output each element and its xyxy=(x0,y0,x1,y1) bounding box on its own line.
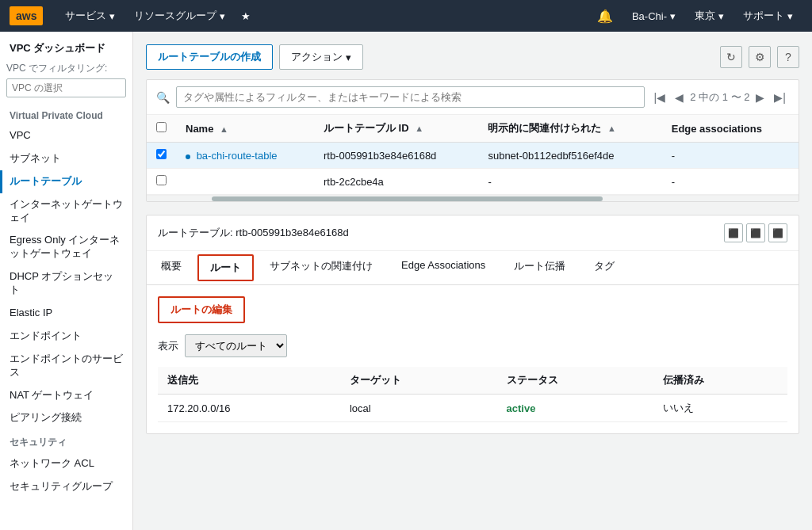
tab-content: ルートの編集 表示 すべてのルート カスタムルート ローカルルート 送信先 ター… xyxy=(147,285,799,433)
row-name-cell xyxy=(176,169,314,195)
target-cell: local xyxy=(340,395,497,422)
sort-icon: ▲ xyxy=(415,124,423,133)
row-name-cell: ba-chi-route-table xyxy=(176,143,314,169)
rtbid-column-header: ルートテーブル ID ▲ xyxy=(314,115,478,143)
name-column-header: Name ▲ xyxy=(176,115,314,143)
tab-tags[interactable]: タグ xyxy=(580,251,629,285)
status-column-header: ステータス xyxy=(497,367,654,395)
edge-assoc-column-header: Edge associations xyxy=(662,115,799,143)
explicit-assoc-column-header: 明示的に関連付けられた ▲ xyxy=(478,115,661,143)
detail-header: ルートテーブル: rtb-005991b3e84e6168d ⬛ ⬛ ⬛ xyxy=(147,215,799,251)
sidebar-item-endpoint[interactable]: エンドポイント xyxy=(0,325,132,348)
sidebar-section-security: セキュリティ xyxy=(0,429,132,452)
create-route-table-button[interactable]: ルートテーブルの作成 xyxy=(146,44,273,70)
resource-groups-menu[interactable]: リソースグループ ▾ xyxy=(124,0,235,32)
select-all-header[interactable] xyxy=(147,115,176,143)
first-page-button[interactable]: |◀ xyxy=(651,90,669,105)
chevron-down-icon: ▾ xyxy=(787,10,793,22)
sidebar-item-sg[interactable]: セキュリティグループ xyxy=(0,475,132,498)
user-menu[interactable]: Ba-Chi- ▾ xyxy=(622,0,685,32)
route-tables-container: 🔍 |◀ ◀ 2 中の 1 〜 2 ▶ ▶| xyxy=(146,79,799,202)
sidebar-item-nacl[interactable]: ネットワーク ACL xyxy=(0,452,132,475)
sidebar-item-subnet[interactable]: サブネット xyxy=(0,147,132,170)
status-cell: active xyxy=(497,395,654,422)
sidebar-item-endpoint-service[interactable]: エンドポイントのサービス xyxy=(0,348,132,384)
detail-icon-2[interactable]: ⬛ xyxy=(746,223,765,242)
tab-route-propagation[interactable]: ルート伝播 xyxy=(500,251,580,285)
table-row[interactable]: rtb-2c2cbe4a - - xyxy=(147,169,799,195)
settings-button[interactable]: ⚙ xyxy=(749,46,771,68)
chevron-down-icon: ▾ xyxy=(346,51,351,63)
status-badge: active xyxy=(507,402,536,414)
scrollbar-thumb xyxy=(212,196,603,201)
detail-title: ルートテーブル: rtb-005991b3e84e6168d xyxy=(158,226,349,240)
route-tables-table: Name ▲ ルートテーブル ID ▲ 明示的に関連付けられた ▲ Edge xyxy=(147,115,799,195)
sidebar-item-eigw[interactable]: Egress Only インターネットゲートウェイ xyxy=(0,229,132,265)
row-rtbid-cell: rtb-005991b3e84e6168d xyxy=(314,143,478,169)
sidebar-filter: VPC でフィルタリング: xyxy=(0,59,132,104)
actions-button[interactable]: アクション ▾ xyxy=(279,44,363,70)
search-input[interactable] xyxy=(176,86,645,108)
toolbar: ルートテーブルの作成 アクション ▾ ↻ ⚙ ? xyxy=(146,44,799,70)
detail-icon-3[interactable]: ⬛ xyxy=(768,223,787,242)
sidebar-item-route-table[interactable]: ルートテーブル xyxy=(0,170,132,193)
row-checkbox-cell xyxy=(147,143,176,169)
row-explicit-assoc-cell: - xyxy=(478,169,661,195)
row-explicit-assoc-cell: subnet-0b112edbf516ef4de xyxy=(478,143,661,169)
filter-select[interactable]: すべてのルート カスタムルート ローカルルート xyxy=(185,334,287,357)
row-checkbox-cell xyxy=(147,169,176,195)
sidebar-header: VPC ダッシュボード xyxy=(0,32,132,59)
row-edge-assoc-cell: - xyxy=(662,143,799,169)
region-menu[interactable]: 東京 ▾ xyxy=(685,0,733,32)
notifications-button[interactable]: 🔔 xyxy=(588,9,622,24)
sidebar-item-dhcp[interactable]: DHCP オプションセット xyxy=(0,265,132,302)
propagated-column-header: 伝播済み xyxy=(653,367,787,395)
sort-icon: ▲ xyxy=(607,124,616,133)
detail-icon-1[interactable]: ⬛ xyxy=(724,223,743,242)
pagination-controls: |◀ ◀ 2 中の 1 〜 2 ▶ ▶| xyxy=(651,90,789,105)
row-checkbox[interactable] xyxy=(156,149,167,159)
select-all-checkbox[interactable] xyxy=(156,122,167,132)
detail-icons: ⬛ ⬛ ⬛ xyxy=(724,223,787,242)
table-row[interactable]: ba-chi-route-table rtb-005991b3e84e6168d… xyxy=(147,143,799,169)
sidebar-item-nat[interactable]: NAT ゲートウェイ xyxy=(0,384,132,407)
vpc-filter-input[interactable] xyxy=(6,78,126,97)
top-navigation: aws サービス ▾ リソースグループ ▾ ★ 🔔 Ba-Chi- ▾ 東京 ▾… xyxy=(0,0,812,32)
row-checkbox[interactable] xyxy=(156,175,167,185)
routes-table: 送信先 ターゲット ステータス 伝播済み 172.20.0.0/16 local… xyxy=(158,367,787,422)
sidebar-item-igw[interactable]: インターネットゲートウェイ xyxy=(0,193,132,230)
detail-section: ルートテーブル: rtb-005991b3e84e6168d ⬛ ⬛ ⬛ 概要 … xyxy=(146,215,799,434)
main-content: ルートテーブルの作成 アクション ▾ ↻ ⚙ ? 🔍 |◀ ◀ 2 中の 1 〜… xyxy=(133,32,812,530)
last-page-button[interactable]: ▶| xyxy=(771,90,789,105)
support-menu[interactable]: サポート ▾ xyxy=(733,0,802,32)
tab-overview[interactable]: 概要 xyxy=(147,251,196,285)
sidebar-item-vpc[interactable]: VPC xyxy=(0,124,132,147)
sidebar-item-peering[interactable]: ピアリング接続 xyxy=(0,406,132,429)
filter-label: VPC でフィルタリング: xyxy=(6,62,126,75)
chevron-down-icon: ▾ xyxy=(220,10,225,22)
destination-cell: 172.20.0.0/16 xyxy=(158,395,340,422)
routes-table-row: 172.20.0.0/16 local active いいえ xyxy=(158,395,787,422)
chevron-down-icon: ▾ xyxy=(718,10,724,22)
destination-column-header: 送信先 xyxy=(158,367,340,395)
sidebar-item-eip[interactable]: Elastic IP xyxy=(0,302,132,325)
refresh-button[interactable]: ↻ xyxy=(720,46,742,68)
services-menu[interactable]: サービス ▾ xyxy=(56,0,124,32)
edit-routes-button[interactable]: ルートの編集 xyxy=(158,296,245,323)
selected-indicator xyxy=(186,154,190,159)
horizontal-scrollbar[interactable] xyxy=(147,195,799,201)
help-button[interactable]: ? xyxy=(777,46,799,68)
row-name-link[interactable]: ba-chi-route-table xyxy=(197,150,278,162)
favorites-button[interactable]: ★ xyxy=(235,0,257,32)
filter-label: 表示 xyxy=(158,339,178,353)
tab-edge-assoc[interactable]: Edge Associations xyxy=(387,251,500,285)
next-page-button[interactable]: ▶ xyxy=(753,90,768,105)
prev-page-button[interactable]: ◀ xyxy=(672,90,687,105)
propagated-cell: いいえ xyxy=(653,395,787,422)
tab-routes[interactable]: ルート xyxy=(197,254,254,281)
tab-subnet-assoc[interactable]: サブネットの関連付け xyxy=(255,251,387,285)
row-rtbid-cell: rtb-2c2cbe4a xyxy=(314,169,478,195)
chevron-down-icon: ▾ xyxy=(109,10,115,22)
target-column-header: ターゲット xyxy=(340,367,497,395)
search-bar: 🔍 |◀ ◀ 2 中の 1 〜 2 ▶ ▶| xyxy=(147,80,799,115)
